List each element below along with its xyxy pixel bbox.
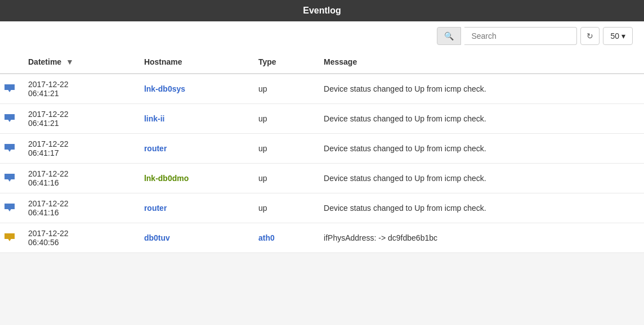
date-line1: 2017-12-22 [28, 169, 69, 178]
datetime-cell: 2017-12-2206:40:56 [19, 223, 135, 253]
col-type: Type [249, 51, 315, 74]
bookmark-blue-icon [5, 174, 15, 182]
datetime-cell: 2017-12-2206:41:17 [19, 134, 135, 164]
col-datetime[interactable]: Datetime ▼ [19, 51, 135, 74]
count-arrow: ▾ [621, 31, 625, 40]
hostname-link[interactable]: link-ii [144, 114, 165, 123]
date-line1: 2017-12-22 [28, 139, 69, 148]
hostname-link[interactable]: router [144, 204, 167, 213]
bookmark-yellow-icon [5, 233, 15, 241]
table-row: 2017-12-2206:41:21lnk-db0sysupDevice sta… [0, 74, 644, 104]
bookmark-blue-icon [5, 114, 15, 122]
table-row: 2017-12-2206:41:16lnk-db0dmoupDevice sta… [0, 164, 644, 193]
hostname-cell[interactable]: router [135, 134, 249, 164]
sort-icon: ▼ [66, 57, 74, 66]
bookmark-cell[interactable] [0, 74, 19, 104]
hostname-cell[interactable]: lnk-db0dmo [135, 164, 249, 193]
type-value: up [249, 193, 315, 223]
message-cell: Device status changed to Up from icmp ch… [315, 193, 644, 223]
date-line2: 06:41:21 [28, 89, 59, 98]
hostname-link[interactable]: router [144, 144, 167, 153]
search-input[interactable] [464, 27, 577, 45]
type-value: ath0 [258, 233, 275, 242]
table-row: 2017-12-2206:41:21link-iiupDevice status… [0, 104, 644, 134]
event-table-container: Datetime ▼ Hostname Type Message 2017-12… [0, 51, 644, 253]
type-value: up [249, 74, 315, 104]
datetime-cell: 2017-12-2206:41:16 [19, 164, 135, 193]
bookmark-cell[interactable] [0, 193, 19, 223]
date-line1: 2017-12-22 [28, 199, 69, 208]
message-cell: ifPhysAddress: -> dc9fdbe6b1bc [315, 223, 644, 253]
bookmark-cell[interactable] [0, 164, 19, 193]
hostname-cell[interactable]: link-ii [135, 104, 249, 134]
title-text: Eventlog [303, 6, 341, 15]
event-table: Datetime ▼ Hostname Type Message 2017-12… [0, 51, 644, 253]
toolbar: 🔍 ↻ 50 ▾ [0, 21, 644, 51]
bookmark-blue-icon [5, 84, 15, 92]
datetime-cell: 2017-12-2206:41:16 [19, 193, 135, 223]
date-line1: 2017-12-22 [28, 229, 69, 238]
table-row: 2017-12-2206:41:16routerupDevice status … [0, 193, 644, 223]
col-message: Message [315, 51, 644, 74]
date-line1: 2017-12-22 [28, 80, 69, 89]
message-cell: Device status changed to Up from icmp ch… [315, 74, 644, 104]
date-line2: 06:41:16 [28, 178, 59, 187]
type-value: up [249, 104, 315, 134]
bookmark-blue-icon [5, 144, 15, 152]
date-line2: 06:41:21 [28, 119, 59, 128]
date-line2: 06:40:56 [28, 238, 59, 247]
page-title: Eventlog [0, 0, 644, 21]
message-cell: Device status changed to Up from icmp ch… [315, 164, 644, 193]
bookmark-blue-icon [5, 204, 15, 211]
datetime-cell: 2017-12-2206:41:21 [19, 104, 135, 134]
hostname-cell[interactable]: router [135, 193, 249, 223]
type-cell: ath0 [249, 223, 315, 253]
hostname-link[interactable]: lnk-db0dmo [144, 174, 189, 183]
hostname-link[interactable]: db0tuv [144, 233, 170, 242]
table-row: 2017-12-2206:40:56db0tuvath0ifPhysAddres… [0, 223, 644, 253]
type-value: up [249, 164, 315, 193]
table-body: 2017-12-2206:41:21lnk-db0sysupDevice sta… [0, 74, 644, 253]
message-cell: Device status changed to Up from icmp ch… [315, 134, 644, 164]
table-header: Datetime ▼ Hostname Type Message [0, 51, 644, 74]
hostname-cell[interactable]: db0tuv [135, 223, 249, 253]
table-row: 2017-12-2206:41:17routerupDevice status … [0, 134, 644, 164]
type-value: up [249, 134, 315, 164]
search-icon-button[interactable]: 🔍 [437, 27, 461, 45]
bookmark-cell[interactable] [0, 104, 19, 134]
hostname-cell[interactable]: lnk-db0sys [135, 74, 249, 104]
bookmark-cell[interactable] [0, 134, 19, 164]
date-line2: 06:41:17 [28, 148, 59, 157]
col-hostname: Hostname [135, 51, 249, 74]
bookmark-cell[interactable] [0, 223, 19, 253]
count-label: 50 [610, 31, 619, 40]
hostname-link[interactable]: lnk-db0sys [144, 84, 185, 93]
count-dropdown-button[interactable]: 50 ▾ [603, 27, 633, 45]
message-cell: Device status changed to Up from icmp ch… [315, 104, 644, 134]
date-line2: 06:41:16 [28, 208, 59, 217]
datetime-cell: 2017-12-2206:41:21 [19, 74, 135, 104]
refresh-button[interactable]: ↻ [580, 27, 600, 45]
date-line1: 2017-12-22 [28, 110, 69, 119]
col-bookmark [0, 51, 19, 74]
